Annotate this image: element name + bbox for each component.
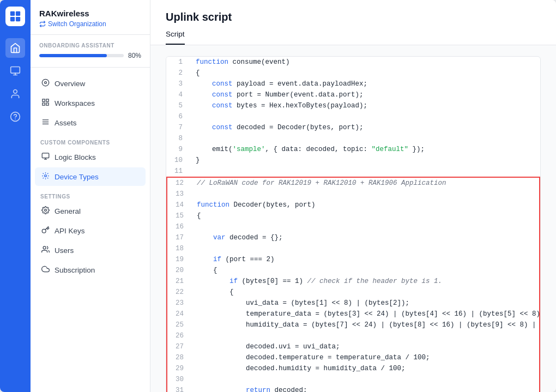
sidebar-header: RAKwireless Switch Organization xyxy=(31,0,150,35)
onboarding-section: ONBOARDING ASSISTANT 80% xyxy=(31,35,150,68)
code-line-8: 8 xyxy=(166,133,540,144)
code-line-18: 18 xyxy=(167,243,539,254)
svg-rect-12 xyxy=(42,99,44,101)
progress-bar-fill xyxy=(39,54,107,57)
strip-user-icon[interactable] xyxy=(5,84,25,104)
svg-point-11 xyxy=(44,82,46,84)
onboarding-label: ONBOARDING ASSISTANT xyxy=(39,43,141,49)
progress-bar-wrapper: 80% xyxy=(39,52,141,59)
svg-rect-2 xyxy=(10,17,15,21)
svg-rect-19 xyxy=(42,153,49,158)
code-line-24: 24 temperature_data = (bytes[3] << 24) |… xyxy=(167,309,539,319)
custom-components-label: CUSTOM COMPONENTS xyxy=(35,133,146,148)
svg-rect-13 xyxy=(46,99,48,101)
app-container: RAKwireless Switch Organization ONBOARDI… xyxy=(0,0,556,392)
main-content: Uplink script Script 1function consume(e… xyxy=(150,0,556,392)
users-label: Users xyxy=(55,246,74,255)
svg-point-7 xyxy=(14,90,17,94)
general-label: General xyxy=(55,207,81,215)
code-line-2: 2{ xyxy=(166,68,540,79)
users-icon xyxy=(40,245,50,255)
sidebar-item-subscription[interactable]: Subscription xyxy=(35,261,146,279)
code-editor: 1function consume(event) 2{ 3 const payl… xyxy=(166,56,541,392)
code-line-1: 1function consume(event) xyxy=(166,57,540,68)
general-icon xyxy=(40,206,50,216)
svg-rect-0 xyxy=(10,11,15,16)
svg-point-22 xyxy=(44,175,46,177)
sidebar-nav: Overview Workspaces Assets CUSTOM xyxy=(31,68,150,287)
settings-label: SETTINGS xyxy=(35,187,146,202)
api-keys-label: API Keys xyxy=(55,227,85,235)
svg-rect-4 xyxy=(11,67,20,74)
logic-blocks-icon xyxy=(40,152,50,162)
code-line-19: 19 if (port === 2) xyxy=(167,254,539,265)
subscription-icon xyxy=(40,265,50,275)
code-line-23: 23 uvi_data = (bytes[1] << 8) | (bytes[2… xyxy=(167,298,539,309)
progress-bar-bg xyxy=(39,54,124,57)
svg-rect-14 xyxy=(42,103,44,105)
api-keys-icon xyxy=(40,226,50,236)
sidebar-item-logic-blocks[interactable]: Logic Blocks xyxy=(35,148,146,166)
code-line-13: 13 xyxy=(167,189,539,200)
sidebar-item-overview[interactable]: Overview xyxy=(35,74,146,93)
code-line-4: 4 const port = Number(event.data.port); xyxy=(166,89,540,100)
code-line-12: 12// LoRaWAN code for RAK12019 + RAK1201… xyxy=(167,178,539,189)
app-logo[interactable] xyxy=(5,7,25,26)
icon-strip xyxy=(0,0,31,392)
sidebar-item-assets[interactable]: Assets xyxy=(35,113,146,132)
code-line-3: 3 const payload = event.data.payloadHex; xyxy=(166,79,540,89)
subscription-label: Subscription xyxy=(55,266,95,274)
code-line-25: 25 humidity_data = (bytes[7] << 24) | (b… xyxy=(167,319,539,330)
strip-home-icon[interactable] xyxy=(5,38,25,58)
workspaces-label: Workspaces xyxy=(55,99,95,107)
svg-rect-3 xyxy=(16,17,20,21)
code-line-9: 9 emit('sample', { data: decoded, topic:… xyxy=(166,144,540,155)
strip-help-icon[interactable] xyxy=(5,107,25,126)
code-line-15: 15{ xyxy=(167,210,539,221)
tab-bar: Script xyxy=(166,30,541,45)
sidebar: RAKwireless Switch Organization ONBOARDI… xyxy=(31,0,150,392)
svg-rect-15 xyxy=(46,103,48,105)
code-line-30: 30 xyxy=(167,374,539,385)
code-line-14: 14function Decoder(bytes, port) xyxy=(167,200,539,210)
overview-icon xyxy=(40,79,50,88)
code-line-26: 26 xyxy=(167,330,539,341)
code-line-17: 17 var decoded = {}; xyxy=(167,232,539,243)
code-line-21: 21 if (bytes[0] == 1) // check if the he… xyxy=(167,276,539,287)
code-line-16: 16 xyxy=(167,221,539,232)
code-line-28: 28 decoded.temperature = temperature_dat… xyxy=(167,352,539,363)
svg-point-24 xyxy=(42,229,46,233)
strip-devices-icon[interactable] xyxy=(5,61,25,81)
sidebar-item-device-types[interactable]: Device Types xyxy=(35,167,146,186)
code-line-6: 6 xyxy=(166,111,540,122)
svg-point-25 xyxy=(43,246,46,249)
page-title: Uplink script xyxy=(166,11,541,23)
assets-label: Assets xyxy=(55,119,77,127)
code-line-20: 20 { xyxy=(167,265,539,276)
sidebar-item-api-keys[interactable]: API Keys xyxy=(35,221,146,240)
brand-name: RAKwireless xyxy=(39,9,141,18)
code-line-22: 22 { xyxy=(167,287,539,298)
code-line-7: 7 const decoded = Decoder(bytes, port); xyxy=(166,122,540,133)
overview-label: Overview xyxy=(55,80,85,88)
switch-org-link[interactable]: Switch Organization xyxy=(39,20,141,28)
tab-script[interactable]: Script xyxy=(166,30,185,45)
code-line-31: 31 return decoded; xyxy=(167,385,539,392)
assets-icon xyxy=(40,118,50,128)
workspaces-icon xyxy=(40,98,50,108)
code-container[interactable]: 1function consume(event) 2{ 3 const payl… xyxy=(150,45,556,392)
logic-blocks-label: Logic Blocks xyxy=(55,153,96,161)
switch-org-label: Switch Organization xyxy=(48,20,106,28)
sidebar-item-workspaces[interactable]: Workspaces xyxy=(35,94,146,112)
page-header: Uplink script Script xyxy=(150,0,556,45)
svg-point-23 xyxy=(44,209,46,212)
code-line-5: 5 const bytes = Hex.hexToBytes(payload); xyxy=(166,100,540,111)
sidebar-item-general[interactable]: General xyxy=(35,202,146,220)
code-line-29: 29 decoded.humidity = humidity_data / 10… xyxy=(167,363,539,374)
highlighted-code-block: 12// LoRaWAN code for RAK12019 + RAK1201… xyxy=(166,177,540,392)
svg-rect-1 xyxy=(16,11,20,16)
code-line-27: 27 decoded.uvi = uvi_data; xyxy=(167,341,539,352)
code-line-10: 10} xyxy=(166,155,540,166)
sidebar-item-users[interactable]: Users xyxy=(35,241,146,260)
svg-point-10 xyxy=(42,79,49,86)
